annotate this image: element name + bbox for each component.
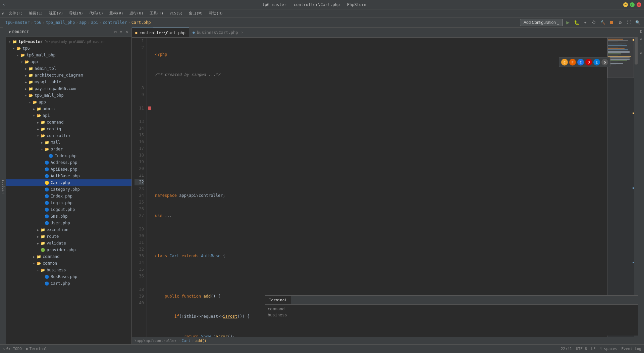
tree-item-mysql[interactable]: ▶ 📁 mysql_table (6, 79, 131, 85)
right-icon-2[interactable]: a (639, 36, 643, 42)
tree-item-sms[interactable]: ▶ 🔵 Sms.php (6, 213, 131, 220)
tree-item-index-ctrl[interactable]: ▶ 🔵 Index.php (6, 193, 131, 200)
tree-item-category[interactable]: ▶ 🔵 Category.php (6, 186, 131, 193)
bc-mall[interactable]: tp6_mall_php (46, 20, 75, 25)
scrollbar-track[interactable] (634, 38, 638, 337)
right-icon-4[interactable]: a (639, 50, 643, 56)
stop-button[interactable]: ⏹ (608, 19, 615, 26)
tree-item-admin[interactable]: ▶ 📁 admin (6, 105, 131, 112)
menu-code[interactable]: 代码(C) (87, 10, 106, 16)
tree-item-config[interactable]: ▶ 📁 config (6, 126, 131, 132)
edge-icon[interactable]: E (593, 59, 600, 65)
tree-item-logout[interactable]: ▶ 🔵 Logout.php (6, 206, 131, 213)
tree-item-command[interactable]: ▶ 📁 command (6, 119, 131, 126)
tree-item-address[interactable]: ▶ 🔵 Address.php (6, 159, 131, 166)
firefox-icon[interactable]: F (569, 59, 576, 65)
tree-item-mall-folder[interactable]: ▶ 📁 mall (6, 139, 131, 146)
add-config-button[interactable]: Add Configuration _ (520, 19, 563, 26)
right-icon-1[interactable]: D (639, 29, 643, 35)
chromium-icon[interactable]: C (577, 59, 584, 65)
menu-edit[interactable]: 编辑(E) (26, 10, 46, 16)
close-button[interactable]: ✕ (637, 2, 641, 7)
event-log-status[interactable]: Event Log (621, 347, 641, 351)
expand-icon[interactable]: ⛶ (625, 19, 633, 26)
tree-item-tp6master[interactable]: ▾ 📁 tp6-master D:\phpstudy_pro\WWW\tp6-m… (6, 38, 131, 45)
todo-status[interactable]: ⚠ 6: TODO (3, 347, 22, 351)
menu-vcs[interactable]: VCS(S) (167, 10, 185, 16)
terminal-tab[interactable]: Terminal (265, 296, 291, 304)
search-icon[interactable]: 🔍 (634, 19, 641, 26)
sidebar-dropdown-icon[interactable]: ▼ (9, 30, 11, 34)
terminal-status[interactable]: ▪ Terminal (26, 347, 47, 351)
menu-refactor[interactable]: 重构(R) (107, 10, 126, 16)
side-label-project[interactable]: Project (1, 177, 6, 196)
indent-status[interactable]: 4 spaces (599, 347, 617, 351)
menu-view[interactable]: 视图(V) (46, 10, 66, 16)
tree-item-command2[interactable]: ▶ 📁 command (6, 253, 131, 260)
settings-icon[interactable]: ⚙ (616, 19, 624, 26)
debug-button[interactable]: 🐛 (573, 19, 580, 26)
tree-item-route[interactable]: ▶ 📁 route (6, 233, 131, 240)
tree-item-tp6[interactable]: ▾ 📂 tp6 (6, 45, 131, 52)
maximize-button[interactable]: □ (630, 2, 635, 7)
tree-item-apibase[interactable]: ▶ 🔵 ApiBase.php (6, 166, 131, 173)
tree-item-arch[interactable]: ▶ 📁 architecture_diagram (6, 72, 131, 79)
menu-file[interactable]: 文件(F) (6, 10, 25, 16)
tree-item-validate[interactable]: ▶ 📁 validate (6, 240, 131, 247)
tree-item-controller[interactable]: ▾ 📂 controller (6, 132, 131, 139)
code-editor[interactable]: 1 2 8 9 11 13 14 15 16 17 18 19 20 (132, 38, 638, 337)
run-button[interactable]: ▶ (564, 19, 572, 26)
gutter-11[interactable] (147, 105, 152, 112)
tree-item-order[interactable]: ▾ 📂 order (6, 146, 131, 152)
tab-close-business[interactable]: ✕ (240, 30, 245, 35)
tree-item-busbase[interactable]: ▶ 🔵 BusBase.php (6, 273, 131, 280)
encoding-status[interactable]: UTF-8 (576, 347, 587, 351)
tree-item-cart[interactable]: ▶ 🟡 Cart.php (6, 179, 131, 186)
tree-item-index-order[interactable]: ▶ 🔵 Index.php (6, 152, 131, 159)
opera-icon[interactable]: O (585, 59, 592, 65)
menu-window[interactable]: 窗口(W) (186, 10, 206, 16)
tree-item-pay[interactable]: ▶ 📁 pay.singwa666.com (6, 85, 131, 92)
tree-item-app[interactable]: ▾ 📂 app (6, 58, 131, 65)
line-ending-status[interactable]: LF (591, 347, 595, 351)
scrollbar-thumb[interactable] (635, 38, 638, 64)
bc-api[interactable]: api (91, 20, 98, 25)
tree-item-tp6mall[interactable]: ▾ 📂 tp6_mall_php (6, 52, 131, 58)
safari-icon[interactable]: S (601, 59, 608, 65)
tree-item-login[interactable]: ▶ 🔵 Login.php (6, 200, 131, 206)
code-content[interactable]: <?php /** Created by singwa ...*/ namesp… (152, 38, 607, 337)
build-button[interactable]: 🔨 (599, 19, 606, 26)
tree-item-authbase[interactable]: ▶ 🔵 AuthBase.php (6, 173, 131, 179)
window-controls[interactable]: ─ □ ✕ (623, 2, 641, 7)
sidebar-gear[interactable]: ⚙ (124, 30, 129, 34)
tree-item-cart-biz[interactable]: ▶ 🔵 Cart.php (6, 280, 131, 287)
menu-nav[interactable]: 导航(N) (66, 10, 86, 16)
sidebar-collapse-all[interactable]: ⊟ (113, 30, 118, 34)
menu-help[interactable]: 帮助(H) (206, 10, 226, 16)
tree-item-provider[interactable]: ▶ 🟢 provider.php (6, 247, 131, 253)
tab-business-cart[interactable]: ● business\Cart.php ✕ (189, 28, 248, 37)
chrome-icon[interactable]: C (561, 59, 568, 65)
tree-item-business[interactable]: ▾ 📂 business (6, 267, 131, 273)
tab-controller-cart[interactable]: ● controller\Cart.php (132, 28, 189, 37)
sidebar-settings[interactable]: ≡ (119, 30, 123, 34)
menu-run[interactable]: 运行(U) (127, 10, 146, 16)
coverage-button[interactable]: ☂ (582, 19, 589, 26)
tree-item-exception[interactable]: ▶ 📁 exception (6, 226, 131, 233)
tree-item-app-inner[interactable]: ▾ 📂 app (6, 99, 131, 105)
bc-app[interactable]: app (79, 20, 87, 25)
tree-item-api[interactable]: ▾ 📂 api (6, 112, 131, 119)
bc-controller[interactable]: controller (103, 20, 127, 25)
right-icon-3[interactable]: t (639, 43, 643, 49)
bc-tp6[interactable]: tp6 (34, 20, 41, 25)
menu-tools[interactable]: 工具(T) (147, 10, 166, 16)
tree-item-common[interactable]: ▾ 📂 common (6, 260, 131, 267)
tree-item-admin-tpl[interactable]: ▶ 📁 admin_tpl (6, 65, 131, 72)
minimize-button[interactable]: ─ (623, 2, 628, 7)
bc-root[interactable]: tp6-master (5, 20, 30, 25)
tree-item-mall-inner[interactable]: ▾ 📂 tp6_mall_php (6, 92, 131, 99)
tree-item-user[interactable]: ▶ 🔵 User.php (6, 220, 131, 226)
profile-button[interactable]: ⏱ (590, 19, 598, 26)
minimap[interactable] (607, 38, 634, 337)
line-col-status[interactable]: 22:41 (561, 347, 572, 351)
